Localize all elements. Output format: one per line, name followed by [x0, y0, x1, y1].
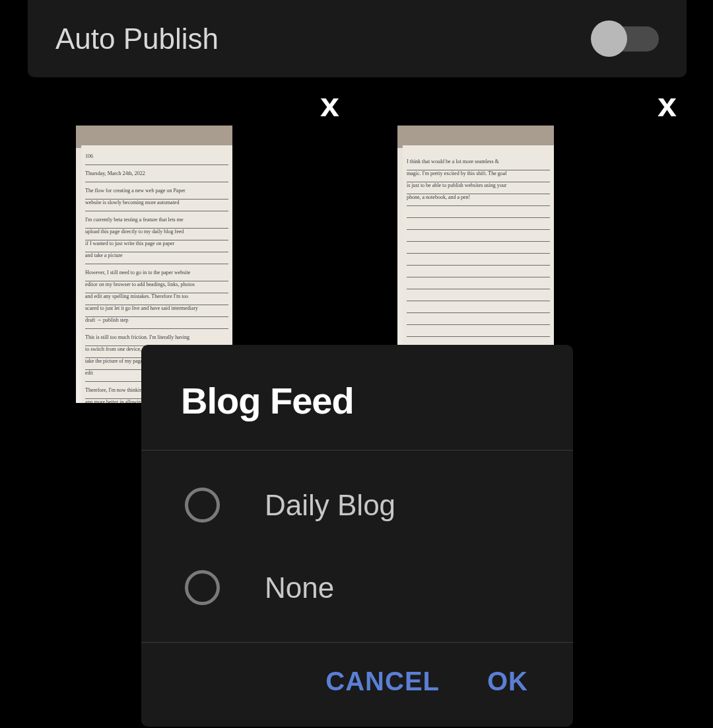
- radio-icon: [185, 488, 220, 523]
- auto-publish-row: Auto Publish: [28, 0, 687, 77]
- close-icon[interactable]: x: [320, 85, 339, 124]
- option-label: Daily Blog: [265, 489, 395, 522]
- dialog-title: Blog Feed: [181, 379, 533, 422]
- auto-publish-toggle[interactable]: [596, 26, 659, 52]
- toggle-knob: [591, 20, 627, 57]
- dialog-actions: CANCEL OK: [141, 643, 573, 727]
- option-none[interactable]: None: [141, 546, 573, 629]
- auto-publish-label: Auto Publish: [55, 22, 219, 55]
- blog-feed-dialog: Blog Feed Daily Blog None CANCEL OK: [141, 345, 573, 727]
- radio-icon: [185, 570, 220, 605]
- ok-button[interactable]: OK: [487, 667, 528, 696]
- close-icon[interactable]: x: [658, 85, 677, 124]
- dialog-header: Blog Feed: [141, 345, 573, 450]
- dialog-options: Daily Blog None: [141, 451, 573, 642]
- cancel-button[interactable]: CANCEL: [325, 667, 440, 696]
- option-daily-blog[interactable]: Daily Blog: [141, 464, 573, 546]
- option-label: None: [265, 571, 334, 604]
